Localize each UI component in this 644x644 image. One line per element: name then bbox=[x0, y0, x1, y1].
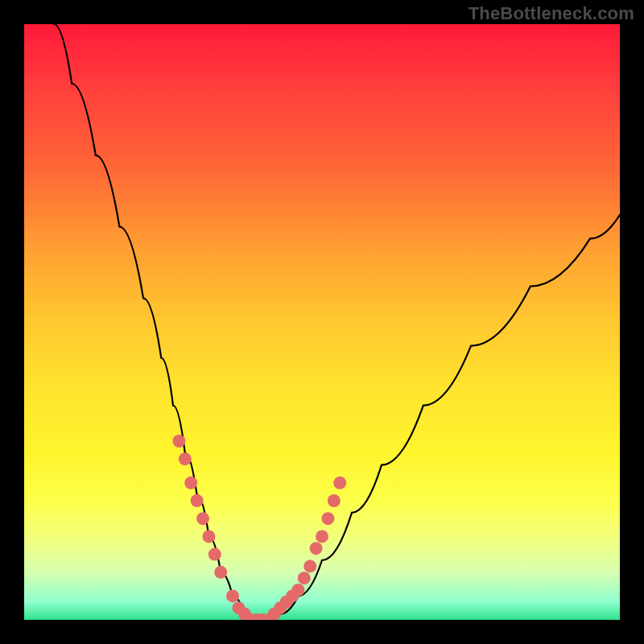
highlight-dot bbox=[298, 572, 311, 584]
curve-group bbox=[54, 24, 620, 620]
highlight-dot bbox=[226, 589, 239, 602]
bottleneck-curve bbox=[54, 24, 620, 620]
highlight-dot bbox=[184, 477, 197, 489]
highlight-dot bbox=[291, 584, 304, 597]
chart-frame: TheBottleneck.com bbox=[0, 0, 644, 644]
highlight-dot bbox=[321, 512, 334, 525]
highlight-dot bbox=[316, 530, 328, 543]
highlight-dot bbox=[333, 477, 346, 489]
highlight-dot bbox=[202, 530, 215, 543]
highlight-dot bbox=[179, 452, 192, 465]
marker-group bbox=[172, 435, 346, 620]
highlight-dot bbox=[328, 494, 341, 507]
highlight-dot bbox=[172, 435, 185, 448]
chart-svg bbox=[24, 24, 620, 620]
highlight-dot bbox=[303, 559, 316, 572]
highlight-dot bbox=[208, 548, 221, 561]
watermark-text: TheBottleneck.com bbox=[469, 3, 634, 24]
highlight-dot bbox=[214, 566, 227, 579]
plot-area bbox=[24, 24, 620, 620]
highlight-dot bbox=[196, 512, 209, 525]
highlight-dot bbox=[191, 494, 204, 507]
highlight-dot bbox=[310, 542, 323, 555]
